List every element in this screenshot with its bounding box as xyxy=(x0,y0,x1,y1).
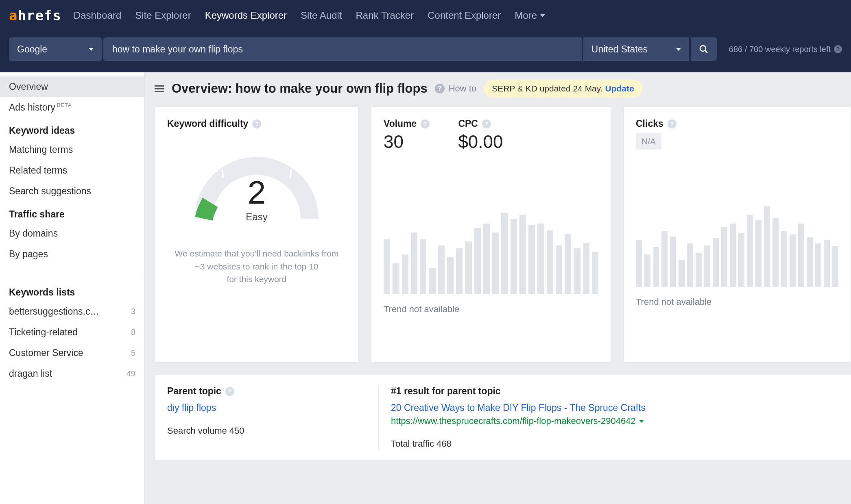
update-link[interactable]: Update xyxy=(605,84,634,93)
country-select[interactable]: United States xyxy=(583,37,689,61)
help-icon[interactable]: ? xyxy=(482,119,491,128)
chart-bar xyxy=(772,218,779,287)
sidebar-search-suggestions[interactable]: Search suggestions xyxy=(0,181,144,202)
chart-bar xyxy=(798,224,804,287)
chevron-down-icon xyxy=(540,14,545,17)
volume-block: Volume ? 30 xyxy=(384,118,430,152)
help-icon[interactable]: ? xyxy=(421,119,430,128)
chart-bar xyxy=(636,240,642,287)
sidebar-list-item[interactable]: dragan list49 xyxy=(0,363,144,384)
clicks-card: Clicks ? N/A Trend not available xyxy=(623,106,851,363)
help-icon[interactable]: ? xyxy=(252,119,261,128)
parent-topic-left: Parent topic ? diy flip flops Search vol… xyxy=(167,386,379,449)
chart-bar xyxy=(411,232,417,294)
sidebar-related-terms[interactable]: Related terms xyxy=(0,160,144,181)
kd-label: Keyword difficulty ? xyxy=(167,118,346,129)
sidebar-ads-history[interactable]: Ads historyBETA xyxy=(0,97,144,118)
content: Overview: how to make your own flip flop… xyxy=(145,72,851,504)
total-traffic: Total traffic 468 xyxy=(391,439,851,449)
sidebar-list-item[interactable]: Ticketing-related8 xyxy=(0,322,144,343)
chart-bar xyxy=(447,257,454,294)
help-icon[interactable]: ? xyxy=(668,119,676,128)
beta-badge: BETA xyxy=(57,102,72,108)
help-icon[interactable]: ? xyxy=(225,387,234,396)
nav-keywords-explorer[interactable]: Keywords Explorer xyxy=(205,10,287,21)
nav-content-explorer[interactable]: Content Explorer xyxy=(428,10,501,21)
volume-cpc-card: Volume ? 30 CPC ? $0.00 Trend not av xyxy=(371,106,611,363)
parent-topic-right: #1 result for parent topic 20 Creative W… xyxy=(379,386,851,449)
sidebar-heading-keywords-lists: Keywords lists xyxy=(0,280,144,301)
kd-value: 2 xyxy=(246,174,267,211)
how-to[interactable]: ? How to xyxy=(435,83,476,94)
chart-bar xyxy=(402,254,408,294)
parent-search-volume: Search volume 450 xyxy=(167,426,366,436)
sidebar-heading-traffic-share: Traffic share xyxy=(0,202,144,223)
metric-cards: Keyword difficulty ? 2 Easy xyxy=(155,106,851,363)
clicks-trend-chart xyxy=(636,198,838,287)
nav-rank-tracker[interactable]: Rank Tracker xyxy=(356,10,414,21)
chart-bar xyxy=(556,245,562,294)
sidebar-matching-terms[interactable]: Matching terms xyxy=(0,139,144,160)
chart-bar xyxy=(565,234,571,294)
search-icon xyxy=(699,44,709,54)
help-icon[interactable]: ? xyxy=(834,45,842,53)
result-title-link[interactable]: 20 Creative Ways to Make DIY Flip Flops … xyxy=(391,402,851,413)
logo[interactable]: ahrefs xyxy=(9,7,61,24)
search-button[interactable] xyxy=(691,37,717,61)
chart-bar xyxy=(824,240,830,287)
menu-toggle-icon[interactable] xyxy=(155,85,164,92)
sidebar-overview[interactable]: Overview xyxy=(0,76,144,97)
chart-bar xyxy=(747,215,753,287)
parent-topic-card: Parent topic ? diy flip flops Search vol… xyxy=(155,375,851,460)
kd-gauge: 2 Easy xyxy=(167,146,346,223)
clicks-na-badge: N/A xyxy=(636,133,661,150)
help-icon: ? xyxy=(435,84,445,93)
chart-bar xyxy=(713,238,719,287)
chart-bar xyxy=(492,232,499,294)
chart-bar xyxy=(755,220,762,287)
sidebar-by-domains[interactable]: By domains xyxy=(0,223,144,244)
search-engine-select[interactable]: Google xyxy=(9,37,102,61)
sidebar-list-item[interactable]: bettersuggestions.c…3 xyxy=(0,301,144,322)
keyword-difficulty-card: Keyword difficulty ? 2 Easy xyxy=(155,106,359,363)
chart-bar xyxy=(465,241,471,294)
cpc-value: $0.00 xyxy=(458,132,503,152)
volume-label: Volume ? xyxy=(384,118,430,129)
chart-bar xyxy=(592,252,598,294)
chart-bar xyxy=(519,215,526,294)
chevron-down-icon xyxy=(676,48,681,51)
chart-bar xyxy=(653,247,659,287)
nav-site-explorer[interactable]: Site Explorer xyxy=(135,10,191,21)
chart-bar xyxy=(547,230,553,294)
sidebar-list-item[interactable]: Customer Service5 xyxy=(0,343,144,363)
svg-line-1 xyxy=(705,50,707,53)
chart-bar xyxy=(644,254,650,287)
chart-bar xyxy=(474,228,481,294)
nav-dashboard[interactable]: Dashboard xyxy=(74,10,121,21)
chart-bar xyxy=(583,243,589,294)
trend-not-available: Trend not available xyxy=(636,297,838,307)
chart-bar xyxy=(696,253,702,287)
keyword-input[interactable]: how to make your own flip flops xyxy=(103,37,582,61)
nav-more[interactable]: More xyxy=(515,10,545,21)
chart-bar xyxy=(393,263,399,294)
chart-bar xyxy=(384,239,390,294)
divider xyxy=(0,272,144,272)
chart-bar xyxy=(456,248,463,294)
kd-description: We estimate that you'll need backlinks f… xyxy=(167,247,346,286)
reports-left: 686 / 700 weekly reports left ? xyxy=(729,45,842,54)
page-title: Overview: how to make your own flip flop… xyxy=(172,81,428,96)
chart-bar xyxy=(670,237,676,287)
sidebar-by-pages[interactable]: By pages xyxy=(0,244,144,265)
svg-point-0 xyxy=(700,46,706,51)
chart-bar xyxy=(483,224,490,294)
search-bar: Google how to make your own flip flops U… xyxy=(0,31,851,72)
nav-site-audit[interactable]: Site Audit xyxy=(301,10,342,21)
chart-bar xyxy=(438,245,445,294)
page-header: Overview: how to make your own flip flop… xyxy=(155,80,851,98)
parent-topic-link[interactable]: diy flip flops xyxy=(167,402,366,413)
chart-bar xyxy=(420,239,426,294)
chart-bar xyxy=(832,246,838,287)
result-url[interactable]: https://www.thesprucecrafts.com/flip-flo… xyxy=(391,416,851,426)
chevron-down-icon xyxy=(89,48,94,51)
